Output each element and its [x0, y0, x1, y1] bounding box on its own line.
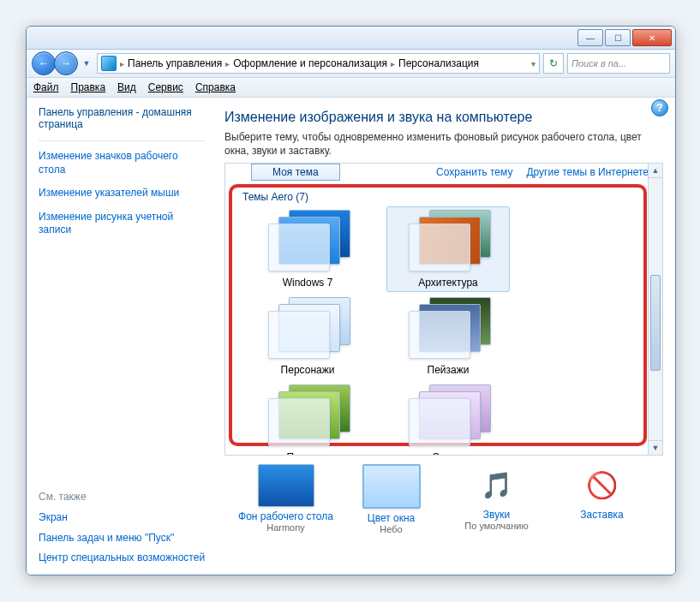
option-label: Звуки — [483, 509, 510, 521]
bottom-option[interactable]: Фон рабочего столаHarmony — [235, 464, 338, 533]
option-label: Заставка — [580, 509, 624, 521]
theme-label: Сцены — [432, 451, 464, 455]
minimize-button[interactable]: — — [577, 29, 603, 46]
menu-help[interactable]: Справка — [195, 81, 236, 93]
seealso-link-display[interactable]: Экран — [39, 508, 206, 528]
option-preview-icon — [258, 464, 314, 507]
my-theme-badge[interactable]: Моя тема — [251, 164, 340, 181]
bottom-option[interactable]: Цвет окнаНебо — [340, 464, 443, 534]
refresh-button[interactable]: ↻ — [543, 53, 564, 74]
theme-item[interactable]: Персонажи — [246, 294, 369, 379]
sidebar: Панель управления - домашняя страница Из… — [27, 98, 216, 575]
chevron-right-icon: ▸ — [225, 59, 230, 69]
forward-button[interactable]: → — [54, 51, 78, 75]
aero-themes-group-title: Темы Aero (7) — [242, 191, 637, 203]
close-button[interactable]: ✕ — [632, 29, 672, 46]
aero-themes-highlight: Темы Aero (7) Windows 7АрхитектураПерсон… — [229, 184, 647, 446]
theme-thumbnail — [405, 384, 491, 448]
scrollbar-up-icon[interactable]: ▲ — [649, 164, 662, 178]
main-panel: ? Изменение изображения и звука на компь… — [216, 98, 675, 575]
navbar: ← → ▼ ▸ Панель управления ▸ Оформление и… — [27, 50, 675, 78]
theme-item[interactable]: Природа — [246, 381, 369, 455]
theme-item[interactable]: Сцены — [386, 381, 510, 455]
option-label: Фон рабочего стола — [238, 510, 333, 522]
address-bar[interactable]: ▸ Панель управления ▸ Оформление и персо… — [97, 53, 540, 74]
breadcrumb-appearance[interactable]: Оформление и персонализация — [233, 57, 387, 69]
menu-file[interactable]: Файл — [33, 81, 59, 93]
maximize-button[interactable]: ☐ — [605, 29, 631, 46]
bottom-option[interactable]: 🎵ЗвукиПо умолчанию — [446, 464, 548, 531]
screensaver-icon: 🚫 — [575, 464, 630, 505]
sidebar-link-desktop-icons[interactable]: Изменение значков рабочего стола — [39, 146, 206, 180]
option-value: По умолчанию — [464, 521, 528, 531]
other-themes-link[interactable]: Другие темы в Интернете — [526, 166, 649, 178]
theme-thumbnail — [405, 210, 491, 273]
theme-item[interactable]: Пейзажи — [386, 294, 510, 379]
option-value: Harmony — [266, 522, 305, 533]
control-panel-icon — [101, 56, 117, 71]
chevron-right-icon: ▸ — [120, 59, 124, 69]
sidebar-link-account-picture[interactable]: Изменение рисунка учетной записи — [39, 207, 206, 241]
theme-label: Windows 7 — [283, 277, 333, 289]
my-theme-row: Моя тема Сохранить тему Другие темы в Ин… — [225, 164, 662, 182]
option-preview-icon — [362, 464, 421, 509]
sidebar-home-link[interactable]: Панель управления - домашняя страница — [39, 106, 206, 130]
theme-thumbnail — [265, 297, 350, 361]
titlebar: — ☐ ✕ — [27, 27, 675, 50]
theme-label: Архитектура — [418, 277, 478, 289]
option-value: Небо — [380, 524, 402, 534]
sounds-icon: 🎵 — [470, 464, 524, 505]
menu-tools[interactable]: Сервис — [148, 81, 183, 93]
address-dropdown-icon[interactable]: ▾ — [531, 59, 535, 69]
see-also-section: См. также Экран Панель задач и меню "Пус… — [39, 422, 206, 569]
theme-label: Природа — [287, 451, 329, 455]
theme-thumbnail — [265, 384, 350, 448]
seealso-link-taskbar[interactable]: Панель задач и меню "Пуск" — [39, 528, 206, 549]
bottom-option[interactable]: 🚫Заставка — [551, 464, 654, 531]
breadcrumb-personalization[interactable]: Персонализация — [398, 57, 479, 69]
bottom-options-row: Фон рабочего столаHarmonyЦвет окнаНебо🎵З… — [224, 456, 663, 534]
chevron-right-icon: ▸ — [391, 59, 395, 69]
personalization-window: — ☐ ✕ ← → ▼ ▸ Панель управления ▸ Оформл… — [26, 26, 676, 575]
help-icon[interactable]: ? — [651, 99, 668, 116]
theme-thumbnail — [265, 210, 350, 273]
themes-grid: Windows 7АрхитектураПерсонажиПейзажиПрир… — [239, 206, 637, 455]
scrollbar[interactable]: ▲ ▼ — [648, 164, 662, 455]
option-value — [601, 521, 603, 531]
page-description: Выберите тему, чтобы одновременно измени… — [224, 130, 663, 158]
theme-label: Пейзажи — [428, 364, 470, 376]
save-theme-link[interactable]: Сохранить тему — [436, 166, 512, 178]
theme-item[interactable]: Архитектура — [386, 206, 510, 292]
menubar: Файл Правка Вид Сервис Справка — [27, 78, 675, 98]
scrollbar-down-icon[interactable]: ▼ — [649, 440, 662, 455]
themes-list-frame: ▲ ▼ Моя тема Сохранить тему Другие темы … — [224, 163, 663, 456]
search-input[interactable]: Поиск в па... — [567, 53, 670, 74]
theme-label: Персонажи — [281, 364, 335, 376]
theme-thumbnail — [405, 297, 491, 361]
menu-edit[interactable]: Правка — [71, 81, 106, 93]
nav-buttons: ← → — [32, 51, 76, 75]
theme-item[interactable]: Windows 7 — [246, 206, 369, 292]
option-label: Цвет окна — [368, 512, 415, 524]
scrollbar-thumb[interactable] — [650, 275, 661, 371]
menu-view[interactable]: Вид — [117, 81, 136, 93]
page-title: Изменение изображения и звука на компьют… — [224, 110, 663, 125]
seealso-link-ease-of-access[interactable]: Центр специальных возможностей — [39, 548, 206, 569]
back-button[interactable]: ← — [32, 51, 56, 75]
see-also-header: См. также — [39, 491, 206, 503]
history-dropdown-icon[interactable]: ▼ — [80, 54, 93, 73]
sidebar-link-mouse-pointers[interactable]: Изменение указателей мыши — [39, 183, 206, 204]
breadcrumb-control-panel[interactable]: Панель управления — [128, 57, 222, 69]
